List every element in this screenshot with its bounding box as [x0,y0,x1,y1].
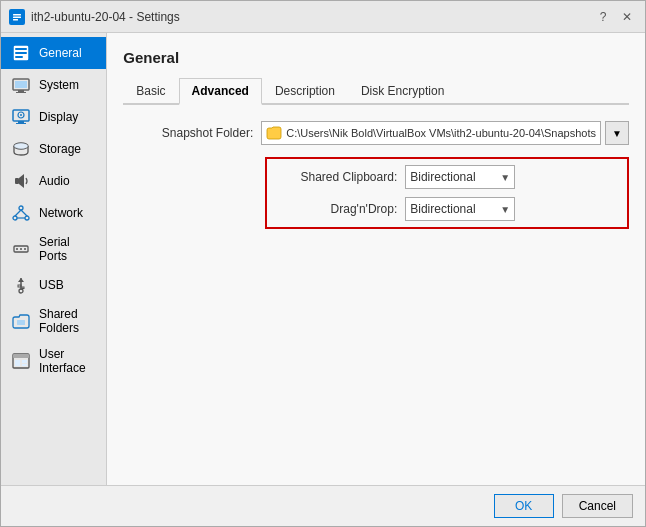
display-icon [11,107,31,127]
shared-folders-icon [11,311,31,331]
sidebar-item-network[interactable]: Network [1,197,106,229]
dragndrop-value: Bidirectional [410,202,475,216]
svg-rect-33 [22,287,24,289]
footer: OK Cancel [1,485,645,526]
general-icon [11,43,31,63]
tab-description[interactable]: Description [262,78,348,105]
svg-rect-10 [16,92,26,93]
sidebar-item-label-serial-ports: Serial Ports [39,235,96,263]
tab-bar: Basic Advanced Description Disk Encrypti… [123,78,629,105]
dragndrop-dropdown[interactable]: Bidirectional ▼ [405,197,515,221]
snapshot-folder-row: Snapshot Folder: C:\Users\Nik Bold\Virtu… [123,121,629,145]
tab-basic[interactable]: Basic [123,78,178,105]
sidebar-item-display[interactable]: Display [1,101,106,133]
svg-rect-19 [15,178,19,184]
storage-icon [11,139,31,159]
svg-point-22 [25,216,29,220]
titlebar-left: ith2-ubuntu-20-04 - Settings [9,9,180,25]
sidebar-item-audio[interactable]: Audio [1,165,106,197]
tab-advanced[interactable]: Advanced [179,78,262,105]
user-interface-icon [11,351,31,371]
svg-rect-5 [15,48,27,50]
svg-line-24 [21,210,27,216]
help-button[interactable]: ? [593,7,613,27]
audio-icon [11,171,31,191]
svg-point-27 [16,248,18,250]
sidebar-item-label-display: Display [39,110,78,124]
snapshot-path-text: C:\Users\Nik Bold\VirtualBox VMs\ith2-ub… [286,127,596,139]
settings-window: ith2-ubuntu-20-04 - Settings ? ✕ General [0,0,646,527]
main-panel: General Basic Advanced Description Disk … [107,33,645,485]
svg-point-21 [13,216,17,220]
svg-rect-38 [15,360,20,366]
sidebar-item-label-user-interface: User Interface [39,347,96,375]
sidebar-item-storage[interactable]: Storage [1,133,106,165]
svg-marker-31 [18,278,24,282]
titlebar: ith2-ubuntu-20-04 - Settings ? ✕ [1,1,645,33]
sidebar-item-label-storage: Storage [39,142,81,156]
snapshot-path-field[interactable]: C:\Users\Nik Bold\VirtualBox VMs\ith2-ub… [261,121,601,145]
sidebar-item-usb[interactable]: USB [1,269,106,301]
svg-rect-9 [18,90,24,92]
svg-rect-35 [17,320,25,325]
network-icon [11,203,31,223]
system-icon [11,75,31,95]
svg-rect-14 [16,123,26,124]
serial-ports-icon [11,239,31,259]
sidebar-item-label-usb: USB [39,278,64,292]
dragndrop-row: Drag'n'Drop: Bidirectional ▼ [275,197,619,221]
svg-rect-32 [18,285,21,287]
snapshot-folder-control: C:\Users\Nik Bold\VirtualBox VMs\ith2-ub… [261,121,629,145]
sidebar-item-serial-ports[interactable]: Serial Ports [1,229,106,269]
svg-rect-1 [13,14,21,16]
cancel-button[interactable]: Cancel [562,494,633,518]
usb-icon [11,275,31,295]
clipboard-row: Shared Clipboard: Bidirectional ▼ [275,165,619,189]
svg-rect-40 [22,364,27,366]
sidebar-item-label-network: Network [39,206,83,220]
titlebar-controls: ? ✕ [593,7,637,27]
sidebar-item-label-shared-folders: Shared Folders [39,307,96,335]
window-title: ith2-ubuntu-20-04 - Settings [31,10,180,24]
svg-rect-3 [13,19,18,21]
svg-point-29 [24,248,26,250]
sidebar-item-label-general: General [39,46,82,60]
sidebar-item-label-audio: Audio [39,174,70,188]
close-button[interactable]: ✕ [617,7,637,27]
svg-point-16 [20,114,22,116]
svg-rect-39 [22,360,27,363]
svg-rect-11 [15,81,27,88]
svg-rect-13 [18,121,24,123]
highlighted-dropdowns-box: Shared Clipboard: Bidirectional ▼ Drag'n… [265,157,629,229]
sidebar-item-general[interactable]: General [1,37,106,69]
svg-rect-2 [13,16,21,18]
form-area: Snapshot Folder: C:\Users\Nik Bold\Virtu… [123,121,629,229]
sidebar-item-shared-folders[interactable]: Shared Folders [1,301,106,341]
svg-rect-37 [13,354,29,358]
svg-rect-6 [15,52,27,54]
svg-rect-7 [15,56,23,58]
dragndrop-label: Drag'n'Drop: [275,202,397,216]
ok-button[interactable]: OK [494,494,554,518]
svg-point-18 [14,143,28,149]
snapshot-folder-label: Snapshot Folder: [123,126,253,140]
panel-title: General [123,49,629,66]
clipboard-dropdown[interactable]: Bidirectional ▼ [405,165,515,189]
sidebar-item-user-interface[interactable]: User Interface [1,341,106,381]
sidebar-item-label-system: System [39,78,79,92]
clipboard-label: Shared Clipboard: [275,170,397,184]
sidebar: General System [1,33,107,485]
snapshot-browse-button[interactable]: ▼ [605,121,629,145]
clipboard-dropdown-arrow: ▼ [500,172,510,183]
folder-icon [266,125,282,141]
dragndrop-dropdown-arrow: ▼ [500,204,510,215]
svg-point-28 [20,248,22,250]
app-icon [9,9,25,25]
sidebar-item-system[interactable]: System [1,69,106,101]
svg-point-34 [19,289,23,293]
svg-point-20 [19,206,23,210]
content-area: General System [1,33,645,485]
tab-disk-encryption[interactable]: Disk Encryption [348,78,457,105]
svg-line-23 [15,210,21,216]
clipboard-value: Bidirectional [410,170,475,184]
